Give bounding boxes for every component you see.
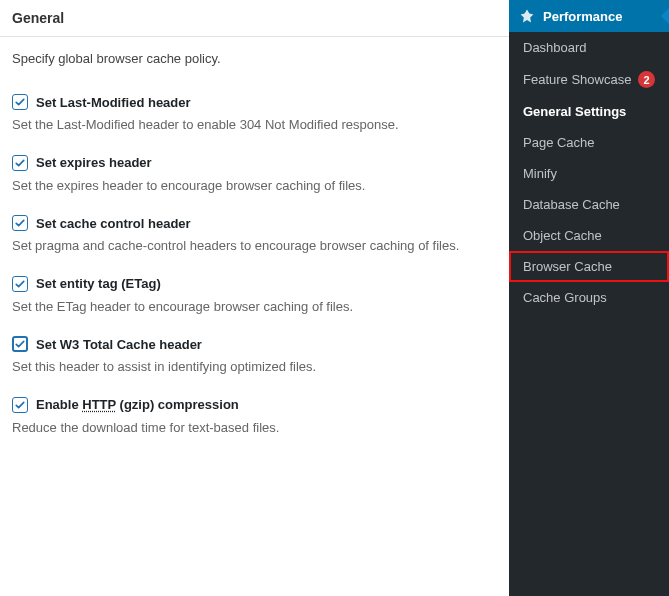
checkbox[interactable] [12,215,28,231]
sidebar-item-database-cache[interactable]: Database Cache [509,189,669,220]
option-label[interactable]: Set expires header [12,155,497,171]
label-text-pre: Set Last-Modified header [36,95,191,110]
option-label[interactable]: Set W3 Total Cache header [12,336,497,352]
option-label-text: Set W3 Total Cache header [36,337,202,352]
checkbox[interactable] [12,94,28,110]
sidebar-item-label: General Settings [523,104,626,119]
sidebar-item-label: Page Cache [523,135,595,150]
section-intro: Specify global browser cache policy. [0,37,509,74]
option-label[interactable]: Enable HTTP (gzip) compression [12,397,497,413]
option-label-text: Set entity tag (ETag) [36,276,161,291]
option-label-text: Set expires header [36,155,152,170]
sidebar-item-label: Feature Showcase [523,72,631,87]
main-panel: General Specify global browser cache pol… [0,0,509,596]
sidebar-item-label: Browser Cache [523,259,612,274]
sidebar: Performance DashboardFeature Showcase2Ge… [509,0,669,596]
label-text-post: (gzip) compression [116,397,239,412]
check-icon [14,217,26,229]
option-description: Set the expires header to encourage brow… [12,176,497,196]
sidebar-item-label: Dashboard [523,40,587,55]
checkbox[interactable] [12,397,28,413]
label-text-pre: Set cache control header [36,216,191,231]
sidebar-item-minify[interactable]: Minify [509,158,669,189]
option-row: Enable HTTP (gzip) compressionReduce the… [0,377,509,438]
option-label-text: Set cache control header [36,216,191,231]
sidebar-item-object-cache[interactable]: Object Cache [509,220,669,251]
performance-icon [519,8,535,24]
sidebar-item-label: Cache Groups [523,290,607,305]
option-row: Set expires headerSet the expires header… [0,135,509,196]
option-label-text: Enable HTTP (gzip) compression [36,397,239,412]
option-row: Set W3 Total Cache headerSet this header… [0,316,509,377]
sidebar-item-page-cache[interactable]: Page Cache [509,127,669,158]
sidebar-item-label: Database Cache [523,197,620,212]
option-row: Set entity tag (ETag)Set the ETag header… [0,256,509,317]
label-text-pre: Set expires header [36,155,152,170]
option-label-text: Set Last-Modified header [36,95,191,110]
label-abbr: HTTP [82,397,116,412]
option-label[interactable]: Set Last-Modified header [12,94,497,110]
option-row: Set cache control headerSet pragma and c… [0,195,509,256]
check-icon [14,96,26,108]
option-description: Set the ETag header to encourage browser… [12,297,497,317]
sidebar-item-cache-groups[interactable]: Cache Groups [509,282,669,313]
label-text-pre: Set entity tag (ETag) [36,276,161,291]
chevron-left-icon [661,8,669,24]
checkbox[interactable] [12,336,28,352]
option-row: Set Last-Modified headerSet the Last-Mod… [0,74,509,135]
option-description: Set this header to assist in identifying… [12,357,497,377]
sidebar-item-dashboard[interactable]: Dashboard [509,32,669,63]
sidebar-item-general-settings[interactable]: General Settings [509,96,669,127]
option-description: Reduce the download time for text-based … [12,418,497,438]
sidebar-header-label: Performance [543,9,622,24]
notification-badge: 2 [638,71,655,88]
sidebar-item-label: Object Cache [523,228,602,243]
check-icon [14,399,26,411]
checkbox[interactable] [12,276,28,292]
label-text-pre: Set W3 Total Cache header [36,337,202,352]
option-description: Set the Last-Modified header to enable 3… [12,115,497,135]
sidebar-item-browser-cache[interactable]: Browser Cache [509,251,669,282]
sidebar-item-label: Minify [523,166,557,181]
sidebar-item-feature-showcase[interactable]: Feature Showcase2 [509,63,669,96]
check-icon [14,338,26,350]
option-label[interactable]: Set cache control header [12,215,497,231]
option-label[interactable]: Set entity tag (ETag) [12,276,497,292]
checkbox[interactable] [12,155,28,171]
check-icon [14,157,26,169]
option-description: Set pragma and cache-control headers to … [12,236,497,256]
label-text-pre: Enable [36,397,82,412]
section-title: General [0,0,509,37]
sidebar-header-performance[interactable]: Performance [509,0,669,32]
check-icon [14,278,26,290]
